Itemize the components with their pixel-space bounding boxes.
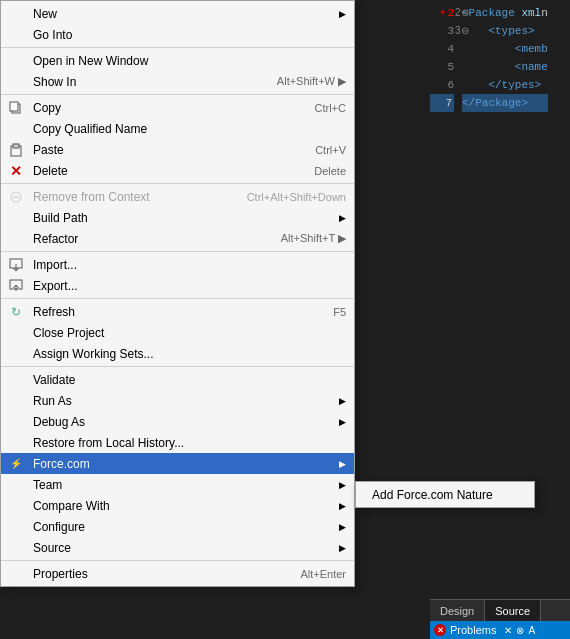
menu-item-new-label: New	[33, 7, 57, 21]
menu-item-run-as[interactable]: Run As ▶	[1, 390, 354, 411]
delete-icon: ✕	[7, 162, 25, 180]
menu-item-paste[interactable]: Paste Ctrl+V	[1, 139, 354, 160]
code-line-7: </Package>	[462, 94, 548, 112]
menu-item-refactor[interactable]: Refactor Alt+Shift+T ▶	[1, 228, 354, 249]
menu-item-restore-local-label: Restore from Local History...	[33, 436, 184, 450]
menu-item-team[interactable]: Team ▶	[1, 474, 354, 495]
svg-rect-3	[13, 144, 19, 148]
menu-item-build-path[interactable]: Build Path ▶	[1, 207, 354, 228]
menu-item-refresh-shortcut: F5	[333, 306, 346, 318]
copy-icon	[7, 99, 25, 117]
menu-item-open-new-window-label: Open in New Window	[33, 54, 148, 68]
menu-item-paste-shortcut: Ctrl+V	[315, 144, 346, 156]
menu-item-export-label: Export...	[33, 279, 78, 293]
paste-icon	[7, 141, 25, 159]
tab-design[interactable]: Design	[430, 600, 485, 621]
menu-item-debug-as-label: Debug As	[33, 415, 85, 429]
divider-5	[1, 298, 354, 299]
problems-close-icon: ✕	[504, 625, 512, 636]
menu-item-copy-qualified-label: Copy Qualified Name	[33, 122, 147, 136]
menu-item-run-as-label: Run As	[33, 394, 72, 408]
context-menu: New ▶ Go Into Open in New Window Show In…	[0, 0, 355, 587]
divider-4	[1, 251, 354, 252]
menu-item-go-into[interactable]: Go Into	[1, 24, 354, 45]
menu-item-compare-with-label: Compare With	[33, 499, 110, 513]
menu-item-source-arrow: ▶	[329, 543, 346, 553]
menu-item-forcecom[interactable]: ⚡ Force.com ▶	[1, 453, 354, 474]
menu-item-team-arrow: ▶	[329, 480, 346, 490]
menu-item-remove-context-label: Remove from Context	[33, 190, 150, 204]
menu-item-team-label: Team	[33, 478, 62, 492]
line-num-2: ●2	[430, 4, 454, 22]
submenu-item-add-nature[interactable]: Add Force.com Nature	[356, 484, 534, 505]
problems-icon: ⊗	[516, 625, 524, 636]
menu-item-show-in[interactable]: Show In Alt+Shift+W ▶	[1, 71, 354, 92]
menu-item-assign-working[interactable]: Assign Working Sets...	[1, 343, 354, 364]
menu-item-restore-local[interactable]: Restore from Local History...	[1, 432, 354, 453]
menu-item-copy-qualified[interactable]: Copy Qualified Name	[1, 118, 354, 139]
menu-item-refresh[interactable]: ↻ Refresh F5	[1, 301, 354, 322]
code-line-5: <name	[462, 58, 548, 76]
menu-item-open-new-window[interactable]: Open in New Window	[1, 50, 354, 71]
menu-item-show-in-label: Show In	[33, 75, 76, 89]
menu-item-close-project[interactable]: Close Project	[1, 322, 354, 343]
divider-6	[1, 366, 354, 367]
menu-item-copy[interactable]: Copy Ctrl+C	[1, 97, 354, 118]
menu-item-properties-label: Properties	[33, 567, 88, 581]
menu-item-export[interactable]: Export...	[1, 275, 354, 296]
menu-item-import-label: Import...	[33, 258, 77, 272]
menu-item-new[interactable]: New ▶	[1, 3, 354, 24]
divider-3	[1, 183, 354, 184]
export-icon	[7, 277, 25, 295]
line-num-7: 7	[430, 94, 454, 112]
menu-item-compare-with[interactable]: Compare With ▶	[1, 495, 354, 516]
menu-item-assign-working-label: Assign Working Sets...	[33, 347, 154, 361]
menu-item-properties-shortcut: Alt+Enter	[300, 568, 346, 580]
tab-source[interactable]: Source	[485, 600, 541, 621]
menu-item-build-path-arrow: ▶	[329, 213, 346, 223]
editor-code: <Package xmln <types> <memb <name </type…	[462, 4, 548, 112]
divider-1	[1, 47, 354, 48]
menu-item-configure[interactable]: Configure ▶	[1, 516, 354, 537]
menu-item-configure-arrow: ▶	[329, 522, 346, 532]
menu-item-configure-label: Configure	[33, 520, 85, 534]
menu-item-compare-with-arrow: ▶	[329, 501, 346, 511]
line-num-5: 5	[430, 58, 454, 76]
import-icon	[7, 256, 25, 274]
menu-item-validate[interactable]: Validate	[1, 369, 354, 390]
divider-7	[1, 560, 354, 561]
code-line-3: <types>	[462, 22, 548, 40]
menu-item-delete-label: Delete	[33, 164, 68, 178]
code-line-6: </types>	[462, 76, 548, 94]
menu-item-delete[interactable]: ✕ Delete Delete	[1, 160, 354, 181]
menu-item-remove-context[interactable]: Remove from Context Ctrl+Alt+Shift+Down	[1, 186, 354, 207]
menu-item-refactor-label: Refactor	[33, 232, 78, 246]
remove-icon	[7, 188, 25, 206]
menu-item-forcecom-arrow: ▶	[329, 459, 346, 469]
menu-item-properties[interactable]: Properties Alt+Enter	[1, 563, 354, 584]
menu-item-delete-shortcut: Delete	[314, 165, 346, 177]
menu-item-new-arrow: ▶	[329, 9, 346, 19]
menu-item-forcecom-label: Force.com	[33, 457, 90, 471]
menu-item-copy-label: Copy	[33, 101, 61, 115]
menu-item-import[interactable]: Import...	[1, 254, 354, 275]
menu-item-debug-as-arrow: ▶	[329, 417, 346, 427]
menu-item-debug-as[interactable]: Debug As ▶	[1, 411, 354, 432]
problems-label: Problems	[450, 624, 496, 636]
menu-item-remove-context-shortcut: Ctrl+Alt+Shift+Down	[247, 191, 346, 203]
divider-2	[1, 94, 354, 95]
menu-item-source-label: Source	[33, 541, 71, 555]
status-bar: ✕ Problems ✕ ⊗ A	[430, 621, 570, 639]
submenu-item-add-nature-label: Add Force.com Nature	[372, 488, 493, 502]
menu-item-validate-label: Validate	[33, 373, 75, 387]
menu-item-copy-shortcut: Ctrl+C	[315, 102, 346, 114]
line-num-4: 4	[430, 40, 454, 58]
problems-icon2: A	[528, 625, 535, 636]
menu-item-build-path-label: Build Path	[33, 211, 88, 225]
refresh-icon: ↻	[7, 303, 25, 321]
menu-item-refresh-label: Refresh	[33, 305, 75, 319]
menu-item-source[interactable]: Source ▶	[1, 537, 354, 558]
menu-item-paste-label: Paste	[33, 143, 64, 157]
menu-item-run-as-arrow: ▶	[329, 396, 346, 406]
forcecom-icon: ⚡	[7, 455, 25, 473]
